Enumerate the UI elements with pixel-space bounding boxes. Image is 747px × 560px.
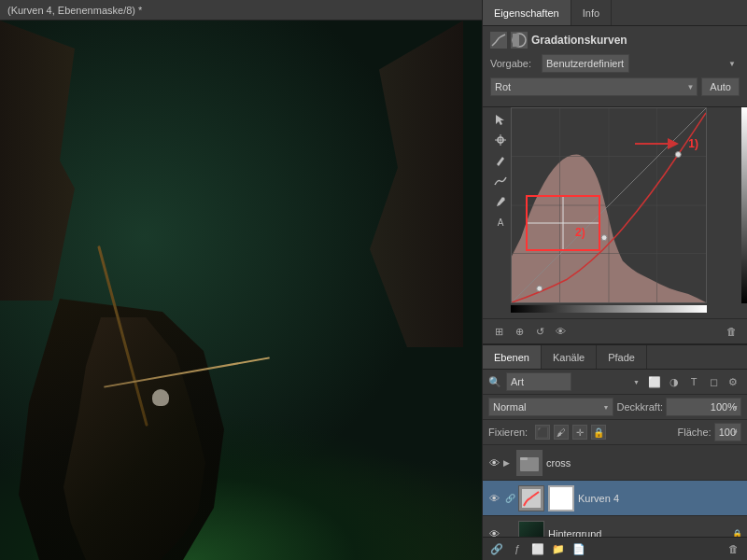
canvas-title: (Kurven 4, Ebenenmaske/8) *	[7, 5, 142, 16]
text-tool[interactable]: A	[492, 214, 509, 231]
text-icon: A	[498, 217, 504, 228]
layer-item-kurven4[interactable]: 👁 🔗 Kurven 4	[483, 481, 747, 516]
eye-icon[interactable]: 👁	[552, 323, 569, 340]
colorpicker-tool[interactable]	[492, 193, 509, 210]
tab-eigenschaften-label: Eigenschaften	[494, 7, 559, 19]
delete-layer-icon[interactable]: 🗑	[725, 540, 741, 557]
pointer-icon	[494, 113, 507, 126]
svg-point-14	[537, 286, 543, 291]
crosshair-svg	[528, 197, 599, 249]
lock-position-icon[interactable]: ✛	[572, 425, 587, 440]
tab-channels[interactable]: Kanäle	[542, 345, 597, 369]
gradationskurven-header: Gradationskurven	[490, 32, 740, 49]
pointer-tool[interactable]	[492, 111, 509, 128]
channel-select[interactable]: Rot	[490, 77, 698, 96]
art-filter-select[interactable]: Art	[506, 372, 571, 391]
auto-button[interactable]: Auto	[701, 77, 740, 96]
fill-input[interactable]	[714, 423, 741, 441]
blend-mode-select[interactable]: Normal	[488, 398, 613, 416]
tab-channels-label: Kanäle	[553, 352, 585, 363]
lock-image-icon[interactable]: 🖌	[554, 425, 569, 440]
layer-eye-hintergrund[interactable]: 👁	[486, 526, 501, 538]
curves-bottom-toolbar: ⊞ ⊕ ↺ 👁 🗑	[483, 318, 747, 343]
layer-mask-kurven4	[548, 485, 574, 511]
filter-pixel-icon[interactable]: ⬜	[646, 373, 663, 390]
blend-opacity-row: Normal Deckkraft:	[483, 395, 747, 420]
layer-lock-hintergrund: 🔒	[730, 527, 743, 538]
new-layer-icon[interactable]: 📄	[571, 540, 587, 557]
red-arrow-svg	[630, 134, 686, 153]
opacity-input[interactable]	[666, 398, 741, 416]
curves-graph-container: 1) 2)	[511, 107, 728, 313]
layers-filter-toolbar: 🔍 Art ⬜ ◑ T ◻ ⚙	[483, 370, 747, 395]
lock-fill-row: Fixieren: ⬛ 🖌 ✛ 🔒 Fläche:	[483, 420, 747, 445]
canvas-titlebar: (Kurven 4, Ebenenmaske/8) *	[0, 0, 482, 21]
svg-rect-22	[520, 457, 528, 460]
svg-point-15	[601, 235, 607, 241]
point-icon	[494, 133, 507, 147]
new-group-icon[interactable]: 📁	[550, 540, 567, 557]
mask-icon	[511, 32, 528, 49]
tab-info[interactable]: Info	[571, 0, 612, 25]
channel-select-wrapper: Rot	[490, 77, 698, 96]
layer-name-hintergrund: Hintergrund	[548, 528, 730, 538]
lock-all-icon[interactable]: 🔒	[591, 425, 606, 440]
filter-type-icon[interactable]: T	[685, 373, 702, 390]
search-icon: 🔍	[488, 376, 501, 388]
vorgabe-label: Vorgabe:	[490, 58, 542, 69]
art-filter-wrapper: Art	[506, 372, 643, 391]
tab-paths-label: Pfade	[608, 352, 635, 363]
link-layers-icon[interactable]: 🔗	[488, 540, 505, 557]
point-tool[interactable]	[492, 132, 509, 148]
group-arrow-cross[interactable]: ▶	[503, 458, 516, 468]
layer-item-hintergrund[interactable]: 👁 Hintergrund 🔒	[483, 516, 747, 537]
vorgabe-row: Vorgabe: Benutzerdefiniert	[490, 54, 740, 73]
pencil-tool[interactable]	[492, 152, 509, 169]
horizontal-gradient-bar	[511, 305, 707, 313]
layer-name-cross: cross	[546, 457, 743, 469]
expand-icon[interactable]: ⊞	[490, 323, 507, 340]
smooth-tool[interactable]	[492, 173, 509, 189]
delete-icon[interactable]: 🗑	[723, 323, 740, 340]
channel-row: Rot Auto	[490, 77, 740, 96]
tab-layers[interactable]: Ebenen	[483, 345, 542, 369]
gradationskurven-title: Gradationskurven	[531, 34, 627, 47]
filter-shape-icon[interactable]: ◻	[705, 373, 722, 390]
red-rectangle-annotation	[526, 195, 600, 251]
smooth-icon	[494, 175, 507, 188]
refresh-icon[interactable]: ↺	[531, 323, 548, 340]
adjustment-layer-icon	[521, 488, 542, 509]
curves-graph[interactable]: 1) 2)	[511, 107, 707, 303]
canvas-area: (Kurven 4, Ebenenmaske/8) *	[0, 0, 482, 560]
filter-smart-icon[interactable]: ⚙	[725, 373, 741, 390]
layers-list: 👁 ▶ cross 👁 🔗	[483, 445, 747, 537]
tab-eigenschaften[interactable]: Eigenschaften	[483, 0, 571, 25]
fill-label: Fläche:	[678, 427, 712, 438]
skull-emblem	[152, 389, 169, 406]
layer-item-cross[interactable]: 👁 ▶ cross	[483, 445, 747, 481]
canvas-image	[0, 21, 482, 560]
svg-marker-2	[496, 115, 504, 125]
svg-point-6	[503, 198, 505, 200]
vertical-gradient-bar	[741, 107, 747, 303]
annotation-1-label: 1)	[688, 137, 698, 150]
vertical-gradient-wrapper	[730, 107, 740, 303]
layer-eye-cross[interactable]: 👁	[486, 455, 501, 470]
add-style-icon[interactable]: ƒ	[509, 540, 526, 557]
preset-select[interactable]: Benutzerdefiniert	[542, 54, 629, 73]
layers-panel: Ebenen Kanäle Pfade 🔍 Art ⬜ ◑	[483, 343, 747, 560]
tab-layers-label: Ebenen	[494, 352, 529, 363]
filter-adjust-icon[interactable]: ◑	[666, 373, 683, 390]
layer-eye-kurven4[interactable]: 👁	[486, 491, 501, 506]
tab-paths[interactable]: Pfade	[597, 345, 647, 369]
layer-thumb-hintergrund	[518, 521, 544, 538]
layer-thumb-kurven4	[518, 485, 544, 511]
fill-row: Fläche:	[678, 423, 741, 441]
layer-link-kurven4[interactable]: 🔗	[503, 492, 516, 505]
layers-tabs: Ebenen Kanäle Pfade	[483, 345, 747, 370]
add-mask-icon[interactable]: ⬜	[529, 540, 546, 557]
lock-transparent-icon[interactable]: ⬛	[535, 425, 550, 440]
mask-add-icon[interactable]: ⊕	[511, 323, 528, 340]
group-folder-icon	[519, 453, 540, 473]
opacity-label: Deckkraft:	[617, 401, 664, 413]
